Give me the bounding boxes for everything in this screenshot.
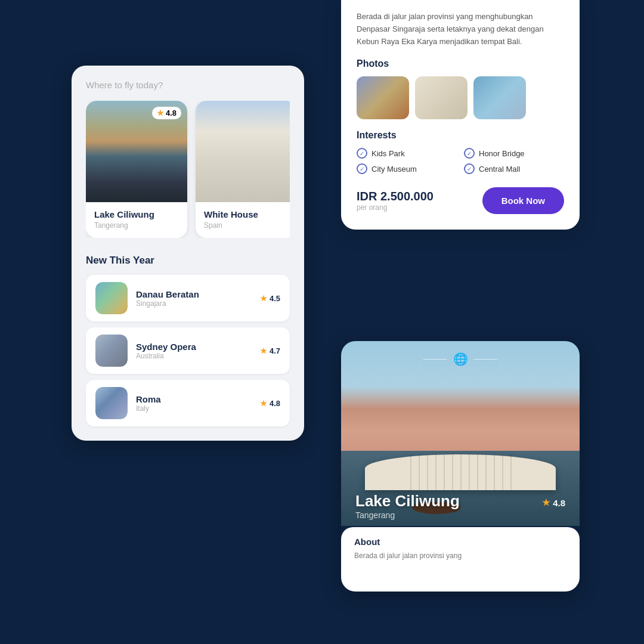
bottom-about-card: About Berada di jalur jalan provinsi yan… — [341, 527, 580, 592]
price-amount: IDR 2.500.000 — [357, 190, 434, 203]
photos-section-title: Photos — [357, 58, 564, 69]
thumbnail-sydney — [95, 335, 128, 367]
bottom-photo-card: 🌐 Lake Ciliwung Tangerang ★ 4.8 About Be… — [341, 341, 580, 592]
interest-item-3: ✓ Central Mall — [464, 163, 564, 174]
check-icon-1: ✓ — [464, 148, 475, 159]
star-icon-list-1: ★ — [260, 346, 267, 355]
interest-label-1: Honor Bridge — [479, 149, 525, 158]
check-icon-3: ✓ — [464, 163, 475, 174]
detail-description: Berada di jalur jalan provinsi yang meng… — [357, 11, 564, 48]
destination-card-0[interactable]: ★ 4.8 Lake Ciliwung Tangerang — [86, 101, 187, 238]
list-item-info-1: Sydney Opera Australia — [136, 342, 252, 360]
interests-grid: ✓ Kids Park ✓ Honor Bridge ✓ City Museum… — [357, 148, 564, 174]
list-item-info-2: Roma Italy — [136, 394, 252, 413]
bottom-place-location: Tangerang — [355, 510, 460, 520]
card-location-0: Tangerang — [94, 221, 179, 230]
interest-item-2: ✓ City Museum — [357, 163, 457, 174]
photos-row — [357, 76, 564, 119]
list-item-name-1: Sydney Opera — [136, 342, 252, 352]
photo-image-1 — [415, 76, 467, 119]
about-text: Berada di jalur jalan provinsi yang — [354, 550, 566, 561]
thumbnail-danau — [95, 282, 128, 314]
card-name-0: Lake Ciliwung — [94, 209, 179, 219]
globe-line-left — [423, 359, 447, 360]
list-item-rating-0: ★ 4.5 — [260, 294, 280, 303]
list-item-rating-2: ★ 4.8 — [260, 399, 280, 408]
photo-thumb-1[interactable] — [415, 76, 467, 119]
interest-item-0: ✓ Kids Park — [357, 148, 457, 159]
list-item-1[interactable]: Sydney Opera Australia ★ 4.7 — [86, 327, 290, 374]
rating-value-0: 4.5 — [270, 294, 280, 303]
list-item-2[interactable]: Roma Italy ★ 4.8 — [86, 380, 290, 426]
list-item-img-0 — [95, 282, 128, 314]
thumbnail-roma — [95, 387, 128, 419]
left-panel: Where to fly today? ★ 4.8 Lake Ciliwung … — [72, 66, 304, 441]
globe-decoration: 🌐 — [423, 352, 498, 366]
list-item-loc-0: Singajara — [136, 299, 252, 308]
list-item-name-2: Roma — [136, 394, 252, 404]
interests-section-title: Interests — [357, 130, 564, 141]
booking-row: IDR 2.500.000 per orang Book Now — [357, 187, 564, 214]
featured-cards-row: ★ 4.8 Lake Ciliwung Tangerang White Hous… — [86, 101, 290, 238]
list-item-loc-2: Italy — [136, 404, 252, 413]
bridge-layer — [365, 454, 556, 490]
interest-label-2: City Museum — [371, 165, 417, 174]
globe-icon: 🌐 — [453, 352, 468, 366]
list-item-info-0: Danau Beratan Singajara — [136, 289, 252, 308]
new-items-list: Danau Beratan Singajara ★ 4.5 Sydney Ope… — [86, 275, 290, 426]
interest-label-0: Kids Park — [371, 149, 405, 158]
interest-item-1: ✓ Honor Bridge — [464, 148, 564, 159]
card-rating-0: 4.8 — [166, 109, 177, 117]
about-title: About — [354, 537, 566, 547]
star-icon-list-0: ★ — [260, 294, 267, 303]
photo-image-0 — [357, 76, 409, 119]
price-block: IDR 2.500.000 per orang — [357, 190, 434, 212]
rating-value-2: 4.8 — [270, 399, 280, 408]
list-item-name-0: Danau Beratan — [136, 289, 252, 299]
destination-card-1[interactable]: White House Spain — [196, 101, 290, 238]
list-item-img-1 — [95, 335, 128, 367]
rating-badge-0: ★ 4.8 — [152, 107, 181, 119]
price-subtitle: per orang — [357, 203, 434, 212]
list-item-0[interactable]: Danau Beratan Singajara ★ 4.5 — [86, 275, 290, 321]
bottom-rating-badge: ★ 4.8 — [542, 497, 565, 508]
detail-panel: Berada di jalur jalan provinsi yang meng… — [341, 0, 580, 230]
star-icon-0: ★ — [157, 109, 164, 117]
new-section-title: New This Year — [86, 255, 290, 267]
book-now-button[interactable]: Book Now — [482, 187, 564, 214]
list-item-loc-1: Australia — [136, 352, 252, 360]
photo-thumb-2[interactable] — [473, 76, 526, 119]
rating-value-1: 4.7 — [270, 346, 280, 355]
list-item-rating-1: ★ 4.7 — [260, 346, 280, 355]
check-icon-0: ✓ — [357, 148, 367, 159]
globe-line-right — [474, 359, 498, 360]
search-label: Where to fly today? — [86, 80, 290, 90]
check-icon-2: ✓ — [357, 163, 367, 174]
list-item-img-2 — [95, 387, 128, 419]
star-icon-list-2: ★ — [260, 399, 267, 408]
bottom-star-icon: ★ — [542, 497, 550, 508]
interest-label-3: Central Mall — [479, 165, 520, 174]
card-name-1: White House — [204, 209, 289, 219]
card-image-1 — [196, 101, 290, 202]
photo-thumb-0[interactable] — [357, 76, 409, 119]
bottom-place-info: Lake Ciliwung Tangerang — [355, 492, 460, 520]
card-location-1: Spain — [204, 221, 289, 230]
bottom-rating-value: 4.8 — [553, 498, 565, 508]
bottom-place-name: Lake Ciliwung — [355, 492, 460, 510]
photo-image-2 — [473, 76, 526, 119]
